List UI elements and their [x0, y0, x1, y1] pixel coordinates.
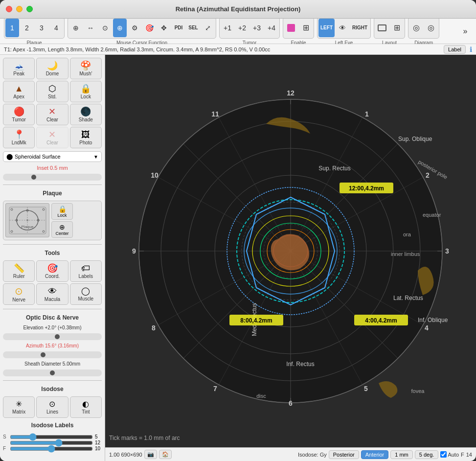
tool-coord[interactable]: 🎯 Coord.	[36, 260, 68, 282]
inset-slider[interactable]	[3, 174, 102, 181]
mouse-btn-move[interactable]: ⤢	[201, 19, 215, 37]
maximize-button[interactable]	[26, 6, 33, 12]
label-button[interactable]: Label	[444, 45, 466, 54]
iso-f-slider[interactable]	[10, 447, 93, 451]
svg-text:8:00,4.2mm: 8:00,4.2mm	[240, 317, 272, 324]
tool-apex[interactable]: ▲ Apex	[3, 81, 35, 102]
close-button[interactable]	[6, 6, 12, 12]
svg-text:10: 10	[151, 171, 159, 179]
mouse-btn-5[interactable]: ⚙	[128, 19, 141, 37]
svg-text:Sup. Oblique: Sup. Oblique	[398, 136, 432, 142]
info-icon[interactable]: ℹ	[470, 46, 472, 53]
isodose-tint[interactable]: ◐ Tint	[70, 396, 102, 418]
status-right: Label ℹ	[444, 45, 472, 54]
traffic-lights	[6, 6, 33, 12]
home-btn[interactable]: 🏠	[159, 450, 172, 459]
tool-lndmk[interactable]: 📍 LndMk	[3, 127, 35, 148]
sheath-text: Sheath Diameter 5.00mm	[3, 361, 102, 367]
right-eye-btn[interactable]: RIGHT	[350, 19, 369, 37]
isodose-title: Isodose	[3, 386, 102, 392]
mouse-btn-7[interactable]: ✥	[157, 19, 171, 37]
tool-clear-2[interactable]: ✕ Clear	[36, 127, 68, 148]
tool-clear-1[interactable]: ✕ Clear	[36, 104, 68, 125]
tool-std[interactable]: ⬡ Std.	[36, 81, 68, 102]
plaque-section-title: Plaque	[3, 190, 102, 197]
auto-checkbox[interactable]	[440, 451, 447, 458]
svg-point-11	[26, 219, 28, 221]
anterior-btn[interactable]: Anterior	[361, 450, 389, 459]
eye-group: LEFT 👁 RIGHT	[317, 17, 371, 39]
deg-btn[interactable]: 5 deg.	[415, 450, 439, 459]
tool-mush[interactable]: 🍄 Mush'	[70, 58, 102, 79]
mouse-btn-4[interactable]: ⊕	[113, 19, 127, 37]
elevation-slider[interactable]	[3, 333, 102, 340]
tumor-plus2[interactable]: +2	[235, 19, 249, 37]
mouse-btn-sel[interactable]: SEL	[186, 19, 200, 37]
iso-s-slider[interactable]	[10, 435, 93, 439]
svg-text:3: 3	[445, 247, 449, 255]
tool-muscle[interactable]: ◯ Muscle	[70, 283, 102, 305]
surface-select[interactable]: ⬤ Spheroidal Surface ▼	[3, 151, 102, 162]
grid-btn[interactable]: ⊞	[299, 19, 313, 37]
tool-lock[interactable]: 🔒 Lock	[70, 81, 102, 102]
isodose-lines[interactable]: ⊙ Lines	[36, 396, 68, 418]
tool-peak[interactable]: 🗻 Peak	[3, 58, 35, 79]
tool-tumor[interactable]: 🔴 Tumor	[3, 104, 35, 125]
plaque-center-btn[interactable]: ⊕ Center	[51, 221, 73, 238]
layout-group: ⊞	[374, 17, 405, 39]
toolbar: 1 2 3 4 Plaque ⊕ ↔ ⊙ ⊕ ⚙ 🎯 ✥ PDI SEL ⤢ M…	[0, 19, 476, 44]
tool-macula[interactable]: 👁 Macula	[36, 283, 68, 305]
diagram-btn-2[interactable]: ◎	[424, 19, 438, 37]
layout-grid[interactable]: ⊞	[390, 19, 404, 37]
svg-text:2: 2	[426, 171, 430, 179]
minimize-button[interactable]	[16, 6, 23, 12]
tumor-plus3[interactable]: +3	[250, 19, 264, 37]
svg-text:7: 7	[213, 385, 217, 392]
iso-labels-title: Isodose Labels	[3, 422, 102, 429]
svg-text:5: 5	[364, 385, 368, 392]
plaque-btn-2[interactable]: 2	[20, 19, 34, 37]
retina-canvas[interactable]: 12 1 2 3 4 5 6 7 8	[105, 55, 476, 447]
color-btn[interactable]	[284, 19, 298, 37]
diagram-btn-1[interactable]: ◎	[409, 19, 423, 37]
posterior-btn[interactable]: Posterior	[329, 450, 359, 459]
optic-disc-title: Optic Disc & Nerve	[3, 314, 102, 321]
screenshot-btn[interactable]: 📷	[144, 450, 157, 459]
plaque-btn-1[interactable]: 1	[5, 19, 19, 37]
tumor-plus4[interactable]: +4	[265, 19, 278, 37]
mouse-btn-6[interactable]: 🎯	[142, 19, 156, 37]
tool-dome[interactable]: 🌙 Dome	[36, 58, 68, 79]
svg-text:8: 8	[152, 324, 156, 332]
isodose-matrix[interactable]: ✳ Matrix	[3, 396, 35, 418]
tools-section-title: Tools	[3, 250, 102, 256]
tool-nerve[interactable]: ⊙ Nerve	[3, 283, 35, 305]
mouse-btn-3[interactable]: ⊙	[98, 19, 112, 37]
svg-text:fovea: fovea	[411, 388, 425, 394]
svg-text:Inf. Rectus: Inf. Rectus	[286, 361, 314, 368]
tumor-plus1[interactable]: +1	[221, 19, 234, 37]
toolbar-more[interactable]: »	[458, 22, 472, 41]
tool-photo[interactable]: 🖼 Photo	[70, 127, 102, 148]
plaque-btn-3[interactable]: 3	[35, 19, 48, 37]
mouse-btn-pdi[interactable]: PDI	[172, 19, 185, 37]
svg-text:ora: ora	[403, 231, 411, 237]
iso-mid-slider[interactable]	[10, 441, 93, 445]
iso-f-value: 10	[95, 446, 102, 451]
mouse-btn-2[interactable]: ↔	[84, 19, 97, 37]
tool-labels[interactable]: 🏷 Labels	[70, 260, 102, 282]
spacing-btn[interactable]: 1 mm	[390, 450, 413, 459]
svg-text:inner limbus: inner limbus	[391, 251, 420, 257]
eye-icon-btn[interactable]: 👁	[336, 19, 349, 37]
inset-slider-row	[3, 174, 102, 181]
azimuth-slider[interactable]	[3, 351, 102, 358]
tool-shade[interactable]: 🌑 Shade	[70, 104, 102, 125]
mouse-btn-1[interactable]: ⊕	[69, 19, 83, 37]
svg-text:1: 1	[365, 110, 369, 118]
azimuth-text: Azimuth 15.6° (3.16mm)	[3, 343, 102, 348]
layout-single[interactable]	[375, 19, 389, 37]
plaque-btn-4[interactable]: 4	[49, 19, 63, 37]
plaque-lock-btn[interactable]: 🔒 Lock	[51, 203, 73, 220]
sheath-slider[interactable]	[3, 369, 102, 376]
tool-ruler[interactable]: 📏 Ruler	[3, 260, 35, 282]
left-eye-btn[interactable]: LEFT	[318, 19, 335, 37]
